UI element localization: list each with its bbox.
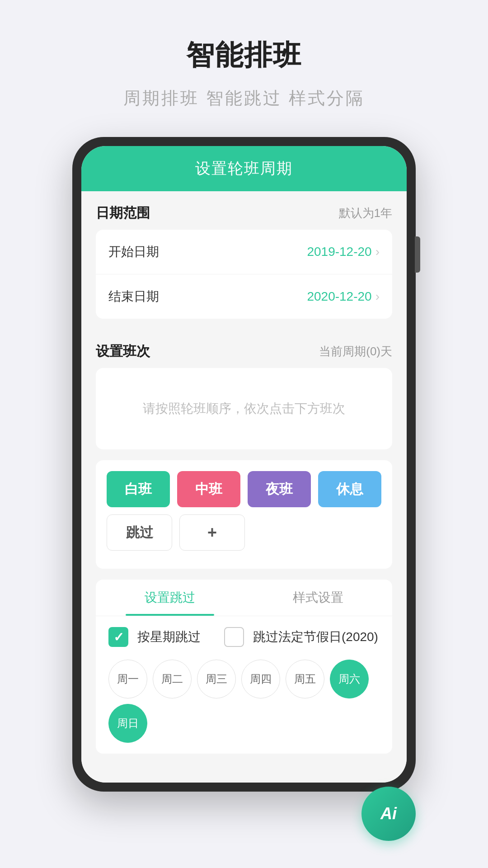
app-header: 设置轮班周期: [81, 146, 407, 191]
shift-order-hint: 请按照轮班顺序，依次点击下方班次: [134, 391, 354, 426]
start-date-chevron-icon: ›: [375, 245, 380, 259]
shift-buttons-row-2: 跳过 +: [107, 514, 381, 551]
end-date-value: 2020-12-20: [307, 289, 371, 304]
page-subtitle: 周期排班 智能跳过 样式分隔: [123, 87, 364, 110]
end-date-label: 结束日期: [108, 288, 159, 305]
weekday-button-sat[interactable]: 周六: [330, 660, 369, 698]
date-range-section-header: 日期范围 默认为1年: [96, 191, 392, 230]
date-range-hint: 默认为1年: [339, 205, 392, 221]
phone-side-button: [415, 236, 420, 273]
skip-settings-panel: 按星期跳过 跳过法定节假日(2020) 周一 周二 周三 周四 周五 周六 周日: [96, 616, 392, 754]
page-title: 智能排班: [186, 36, 302, 74]
skip-weekday-checkbox[interactable]: [108, 627, 128, 647]
shift-button-rest[interactable]: 休息: [318, 471, 381, 507]
ai-fab-button[interactable]: Ai: [361, 787, 416, 841]
skip-weekday-label: 按星期跳过: [137, 628, 201, 646]
shift-button-night[interactable]: 夜班: [248, 471, 311, 507]
weekday-button-wed[interactable]: 周三: [197, 660, 236, 698]
weekdays-row: 周一 周二 周三 周四 周五 周六 周日: [108, 660, 380, 743]
shift-order-card: 请按照轮班顺序，依次点击下方班次: [96, 368, 392, 449]
shift-button-white[interactable]: 白班: [107, 471, 170, 507]
weekday-button-tue[interactable]: 周二: [153, 660, 192, 698]
end-date-value-row: 2020-12-20 ›: [307, 289, 380, 304]
shift-section-label: 设置班次: [96, 342, 150, 361]
weekday-button-sun[interactable]: 周日: [108, 704, 147, 743]
app-content: 日期范围 默认为1年 开始日期 2019-12-20 › 结束日期 2020-1…: [81, 191, 407, 783]
weekday-button-thu[interactable]: 周四: [241, 660, 280, 698]
tab-style-settings-label: 样式设置: [293, 589, 343, 606]
date-range-label: 日期范围: [96, 204, 150, 222]
shift-button-skip[interactable]: 跳过: [107, 514, 172, 551]
end-date-chevron-icon: ›: [375, 289, 380, 304]
date-range-card: 开始日期 2019-12-20 › 结束日期 2020-12-20 ›: [96, 230, 392, 319]
start-date-label: 开始日期: [108, 243, 159, 260]
shift-button-middle[interactable]: 中班: [177, 471, 240, 507]
shift-buttons-spacer: [252, 514, 381, 551]
end-date-row[interactable]: 结束日期 2020-12-20 ›: [96, 274, 392, 319]
tabs-row: 设置跳过 样式设置: [96, 580, 392, 616]
weekday-button-fri[interactable]: 周五: [286, 660, 324, 698]
shift-section-hint: 当前周期(0)天: [319, 344, 392, 359]
start-date-row[interactable]: 开始日期 2019-12-20 ›: [96, 230, 392, 274]
skip-style-tabs-card: 设置跳过 样式设置 按星期跳过 跳过法定节假日(2020): [96, 580, 392, 754]
weekday-button-mon[interactable]: 周一: [108, 660, 147, 698]
skip-holiday-label: 跳过法定节假日(2020): [253, 628, 378, 646]
shift-buttons-card: 白班 中班 夜班 休息 跳过 +: [96, 460, 392, 569]
shift-button-add[interactable]: +: [179, 514, 245, 551]
phone-screen: 设置轮班周期 日期范围 默认为1年 开始日期 2019-12-20 › 结束日期: [81, 146, 407, 783]
start-date-value-row: 2019-12-20 ›: [307, 245, 380, 259]
skip-holiday-checkbox[interactable]: [224, 627, 244, 647]
app-header-title: 设置轮班周期: [195, 158, 293, 179]
shift-section-header: 设置班次 当前周期(0)天: [96, 330, 392, 368]
start-date-value: 2019-12-20: [307, 245, 371, 259]
shift-buttons-row-1: 白班 中班 夜班 休息: [107, 471, 381, 507]
phone-mockup: 设置轮班周期 日期范围 默认为1年 开始日期 2019-12-20 › 结束日期: [72, 137, 416, 792]
tab-skip-settings[interactable]: 设置跳过: [96, 580, 244, 616]
skip-weekday-row: 按星期跳过 跳过法定节假日(2020): [108, 627, 380, 647]
tab-skip-settings-label: 设置跳过: [145, 589, 195, 606]
tab-style-settings[interactable]: 样式设置: [244, 580, 392, 616]
